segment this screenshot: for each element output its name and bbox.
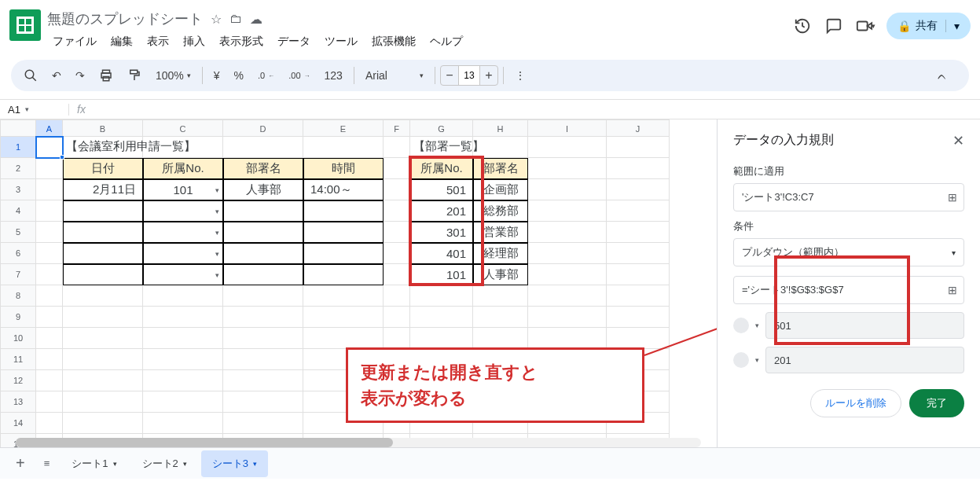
cell-D6[interactable]	[223, 243, 303, 264]
sheet-tab-2[interactable]: シート2▾	[131, 450, 198, 477]
share-dropdown-icon[interactable]: ▾	[945, 20, 960, 32]
cell-B7[interactable]	[63, 264, 143, 285]
cell-E5[interactable]	[303, 222, 384, 243]
cell-D7[interactable]	[223, 264, 303, 285]
done-button[interactable]: 完了	[909, 389, 964, 417]
cell-A7[interactable]	[36, 264, 63, 285]
cell-H6[interactable]: 経理部	[473, 243, 528, 264]
sheets-logo[interactable]	[9, 9, 41, 41]
cell-F7[interactable]	[384, 264, 410, 285]
cell-E2[interactable]: 時間	[303, 158, 384, 179]
move-folder-icon[interactable]: 🗀	[229, 12, 242, 26]
cell-B6[interactable]	[63, 243, 143, 264]
name-box[interactable]: A1▾	[0, 104, 69, 116]
cell-J7[interactable]	[607, 264, 670, 285]
cell-G7[interactable]: 101	[410, 264, 473, 285]
add-sheet-button[interactable]: +	[8, 450, 33, 477]
cell-G4[interactable]: 201	[410, 200, 473, 222]
range-input[interactable]: 'シート3'!C3:C7 ⊞	[733, 183, 964, 211]
row-header-2[interactable]: 2	[0, 158, 36, 179]
cell-A5[interactable]	[36, 222, 63, 243]
history-icon[interactable]	[792, 16, 813, 36]
dropdown-icon[interactable]: ▾	[215, 229, 219, 237]
star-icon[interactable]: ☆	[211, 12, 222, 27]
row-header-8[interactable]: 8	[0, 285, 36, 307]
menu-extensions[interactable]: 拡張機能	[366, 31, 421, 52]
cell-B5[interactable]	[63, 222, 143, 243]
cell-J6[interactable]	[607, 243, 670, 264]
font-size-decrease-button[interactable]: −	[441, 66, 458, 85]
meet-icon[interactable]: ▾	[855, 16, 875, 36]
font-size-input[interactable]	[458, 66, 480, 85]
menu-tools[interactable]: ツール	[319, 31, 363, 52]
chevron-down-icon[interactable]: ▾	[755, 321, 759, 329]
horizontal-scrollbar[interactable]	[16, 438, 701, 447]
row-header-12[interactable]: 12	[0, 370, 36, 391]
zoom-select[interactable]: 100%▾	[149, 64, 197, 86]
row-header-11[interactable]: 11	[0, 349, 36, 370]
menu-edit[interactable]: 編集	[105, 31, 138, 52]
doc-title[interactable]: 無題のスプレッドシート	[47, 9, 203, 28]
chevron-down-icon[interactable]: ▾	[755, 356, 759, 364]
format-currency-button[interactable]: ¥	[207, 64, 226, 86]
paint-format-button[interactable]	[121, 64, 148, 87]
cell-C5[interactable]: ▾	[143, 222, 223, 243]
cell-G3[interactable]: 501	[410, 179, 473, 200]
row-header-4[interactable]: 4	[0, 200, 36, 222]
collapse-toolbar-icon[interactable]: ᨈ	[931, 64, 953, 87]
cell-C7[interactable]: ▾	[143, 264, 223, 285]
cell-H3[interactable]: 企画部	[473, 179, 528, 200]
cell-E7[interactable]	[303, 264, 384, 285]
cell-J4[interactable]	[607, 200, 670, 222]
cell-C4[interactable]: ▾	[143, 200, 223, 222]
cell-F5[interactable]	[384, 222, 410, 243]
cell-A6[interactable]	[36, 243, 63, 264]
row-header-13[interactable]: 13	[0, 391, 36, 413]
cell-J1[interactable]	[607, 137, 670, 158]
menu-insert[interactable]: 挿入	[178, 31, 211, 52]
cell-D5[interactable]	[223, 222, 303, 243]
dropdown-icon[interactable]: ▾	[215, 208, 219, 215]
row-header-5[interactable]: 5	[0, 222, 36, 243]
col-header-G[interactable]: G	[410, 119, 473, 137]
more-formats-button[interactable]: 123	[318, 64, 349, 86]
col-header-E[interactable]: E	[303, 119, 384, 137]
select-all-corner[interactable]	[0, 119, 36, 137]
decrease-decimal-button[interactable]: .0←	[251, 66, 281, 85]
cell-I7[interactable]	[528, 264, 607, 285]
dropdown-icon[interactable]: ▾	[215, 186, 219, 194]
cell-I4[interactable]	[528, 200, 607, 222]
cell-J2[interactable]	[607, 158, 670, 179]
cell-G6[interactable]: 401	[410, 243, 473, 264]
cell-I1[interactable]	[528, 137, 607, 158]
delete-rule-button[interactable]: ルールを削除	[810, 389, 901, 417]
close-icon[interactable]: ✕	[952, 132, 964, 149]
option-value-input[interactable]: 201	[765, 347, 964, 373]
cell-E1[interactable]	[303, 137, 384, 158]
menu-format[interactable]: 表示形式	[214, 31, 269, 52]
menu-data[interactable]: データ	[272, 31, 316, 52]
cell-J3[interactable]	[607, 179, 670, 200]
cell-H7[interactable]: 人事部	[473, 264, 528, 285]
search-menus-icon[interactable]	[17, 64, 44, 87]
row-header-14[interactable]: 14	[0, 413, 36, 434]
row-header-10[interactable]: 10	[0, 328, 36, 349]
col-header-D[interactable]: D	[223, 119, 303, 137]
col-header-A[interactable]: A	[36, 119, 63, 137]
col-header-B[interactable]: B	[63, 119, 143, 137]
cell-A4[interactable]	[36, 200, 63, 222]
cell-I6[interactable]	[528, 243, 607, 264]
undo-button[interactable]: ↶	[46, 64, 68, 86]
row-header-7[interactable]: 7	[0, 264, 36, 285]
cell-C3[interactable]: 101▾	[143, 179, 223, 200]
cell-D4[interactable]	[223, 200, 303, 222]
cell-B1[interactable]: 【会議室利用申請一覧】	[63, 137, 143, 158]
color-swatch[interactable]	[733, 318, 749, 333]
cell-I5[interactable]	[528, 222, 607, 243]
cell-G1[interactable]: 【部署一覧】	[410, 137, 473, 158]
cell-F1[interactable]	[384, 137, 410, 158]
option-value-input[interactable]: 501	[765, 312, 964, 339]
cell-E6[interactable]	[303, 243, 384, 264]
cell-D3[interactable]: 人事部	[223, 179, 303, 200]
menu-help[interactable]: ヘルプ	[424, 31, 468, 52]
